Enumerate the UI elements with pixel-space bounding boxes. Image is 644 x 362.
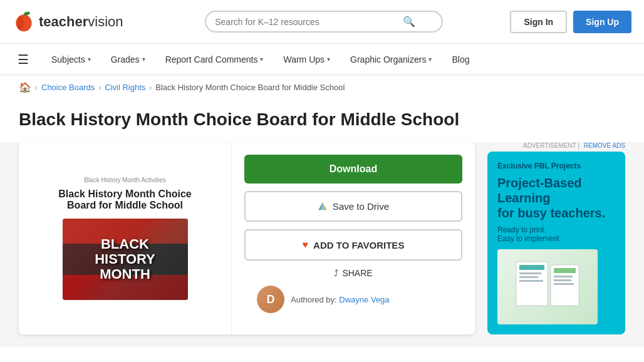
- add-to-favorites-button[interactable]: ♥ ADD TO FAVORITES: [244, 229, 462, 261]
- breadcrumb-current-page: Black History Month Choice Board for Mid…: [155, 83, 345, 92]
- breadcrumb: 🏠 › Choice Boards › Civil Rights › Black…: [0, 75, 644, 100]
- nav-subjects[interactable]: Subjects ▾: [43, 49, 100, 70]
- signup-button[interactable]: Sign Up: [573, 11, 631, 33]
- svg-rect-7: [519, 265, 544, 270]
- nav-graphic-organizers[interactable]: Graphic Organizers ▾: [341, 49, 440, 70]
- breadcrumb-sep-1: ›: [35, 83, 38, 92]
- remove-ads-link[interactable]: REMOVE ADS: [584, 142, 625, 149]
- ad-book-svg: [510, 259, 585, 315]
- search-bar: 🔍: [205, 11, 443, 33]
- navbar: ☰ Subjects ▾ Grades ▾ Report Card Commen…: [0, 44, 644, 75]
- author-name-link[interactable]: Dwayne Vega: [339, 295, 389, 304]
- search-area: 🔍: [138, 11, 510, 33]
- nav-blog[interactable]: Blog: [443, 49, 478, 70]
- ad-sidebar: ADVERTISEMENT | REMOVE ADS Exclusive PBL…: [487, 142, 625, 334]
- svg-rect-13: [554, 276, 573, 277]
- resource-preview: Black History Month Activities Black His…: [19, 142, 232, 334]
- svg-rect-10: [519, 280, 543, 282]
- avatar: D: [257, 286, 284, 313]
- share-button[interactable]: ⤴ SHARE: [244, 268, 462, 278]
- ad-title: Project-Based Learning for busy teachers…: [497, 175, 615, 220]
- heart-icon: ♥: [303, 239, 309, 251]
- main-card: Black History Month Activities Black His…: [19, 142, 475, 334]
- breadcrumb-home-icon[interactable]: 🏠: [19, 81, 31, 93]
- report-card-arrow-icon: ▾: [260, 56, 263, 63]
- search-button[interactable]: 🔍: [403, 16, 415, 28]
- download-button[interactable]: Download: [244, 155, 462, 184]
- search-input[interactable]: [215, 17, 403, 27]
- svg-rect-8: [519, 272, 541, 274]
- preview-image-text: BLACK HISTORY MONTH: [95, 237, 155, 282]
- content-area: Black History Month Activities Black His…: [0, 142, 644, 347]
- breadcrumb-civil-rights[interactable]: Civil Rights: [105, 83, 145, 92]
- svg-rect-9: [519, 276, 538, 278]
- breadcrumb-sep-3: ›: [149, 83, 152, 92]
- preview-small-title: Black History Month Activities: [31, 177, 219, 184]
- logo-apple-icon: [13, 11, 35, 33]
- graphic-organizers-arrow-icon: ▾: [428, 56, 432, 63]
- auth-buttons: Sign In Sign Up: [510, 11, 631, 33]
- preview-heading: Black History Month Choice Board for Mid…: [31, 189, 219, 211]
- action-panel: Download Save to Drive ♥ ADD TO FAVORITE…: [232, 142, 475, 334]
- subjects-arrow-icon: ▾: [88, 56, 91, 63]
- logo-text: teachervision: [39, 14, 123, 30]
- preview-inner: Black History Month Activities Black His…: [31, 177, 219, 300]
- nav-warm-ups[interactable]: Warm Ups ▾: [274, 49, 339, 70]
- header: teachervision 🔍 Sign In Sign Up: [0, 0, 644, 44]
- share-icon: ⤴: [334, 268, 338, 278]
- nav-report-card[interactable]: Report Card Comments ▾: [157, 49, 273, 70]
- author-row: D Authored by: Dwayne Vega: [244, 286, 462, 313]
- page-title-area: Black History Month Choice Board for Mid…: [0, 100, 644, 142]
- ad-label: ADVERTISEMENT | REMOVE ADS: [487, 142, 625, 149]
- ad-subtitle: Ready to print. Easy to implement: [497, 225, 615, 243]
- breadcrumb-sep-2: ›: [98, 83, 101, 92]
- ad-book-image: [497, 249, 598, 324]
- nav-grades[interactable]: Grades ▾: [102, 49, 154, 70]
- svg-rect-14: [554, 279, 571, 281]
- breadcrumb-choice-boards[interactable]: Choice Boards: [41, 83, 95, 92]
- logo-area: teachervision: [13, 11, 138, 33]
- hamburger-menu-button[interactable]: ☰: [13, 49, 34, 70]
- warm-ups-arrow-icon: ▾: [327, 56, 330, 63]
- preview-image: BLACK HISTORY MONTH: [63, 219, 188, 300]
- svg-rect-12: [554, 268, 576, 273]
- svg-point-1: [17, 16, 24, 30]
- save-to-drive-button[interactable]: Save to Drive: [244, 191, 462, 222]
- ad-card[interactable]: Exclusive PBL Projects Project-Based Lea…: [487, 152, 625, 334]
- svg-rect-15: [554, 283, 574, 285]
- author-text: Authored by: Dwayne Vega: [291, 295, 390, 304]
- drive-icon: [318, 202, 328, 212]
- page-title: Black History Month Choice Board for Mid…: [19, 110, 625, 130]
- ad-exclusive-label: Exclusive PBL Projects: [497, 162, 615, 170]
- signin-button[interactable]: Sign In: [510, 11, 567, 33]
- grades-arrow-icon: ▾: [142, 56, 145, 63]
